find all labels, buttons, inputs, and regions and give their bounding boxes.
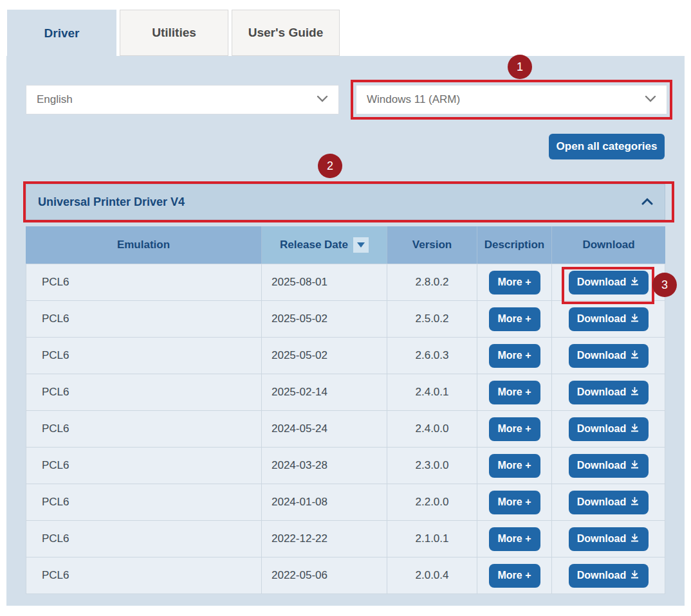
download-button[interactable]: Download [569, 417, 649, 441]
emulation-value: PCL6 [42, 386, 69, 399]
version-value: 2.1.0.1 [416, 532, 449, 545]
drivers-table: Emulation Release Date Version Descripti… [26, 226, 665, 594]
release-date-cell: 2025-05-02 [262, 338, 387, 374]
table-row: PCL6 2024-05-24 2.4.0.0 More + Download [26, 411, 665, 448]
release-date-value: 2025-02-14 [272, 386, 327, 399]
table-row: PCL6 2024-03-28 2.3.0.0 More + Download [26, 448, 665, 484]
tab-driver-label: Driver [44, 26, 80, 41]
table-row: PCL6 2022-05-06 2.0.0.4 More + Download [26, 557, 665, 594]
emulation-cell: PCL6 [26, 484, 262, 520]
release-date-cell: 2022-05-06 [262, 557, 387, 593]
release-date-cell: 2022-12-22 [262, 521, 387, 557]
column-header-description-label: Description [484, 239, 545, 251]
category-title: Universal Printer Driver V4 [38, 195, 185, 209]
download-cell: Download [552, 411, 665, 447]
more-button[interactable]: More + [489, 271, 540, 294]
release-date-value: 2025-05-02 [272, 349, 327, 362]
version-value: 2.4.0.0 [416, 422, 449, 435]
release-date-value: 2025-08-01 [272, 276, 327, 289]
table-row: PCL6 2025-02-14 2.4.0.1 More + Download [26, 374, 665, 411]
emulation-value: PCL6 [42, 459, 69, 472]
emulation-cell: PCL6 [26, 301, 262, 337]
more-button[interactable]: More + [489, 417, 540, 441]
download-icon [630, 313, 640, 325]
download-icon [630, 570, 640, 582]
download-cell: Download [552, 338, 665, 374]
emulation-cell: PCL6 [26, 374, 262, 410]
download-button[interactable]: Download [569, 381, 649, 404]
release-date-value: 2024-03-28 [272, 459, 327, 472]
open-all-categories-label: Open all categories [557, 140, 658, 153]
download-button-label: Download [577, 276, 626, 288]
download-button-label: Download [577, 423, 626, 435]
download-button[interactable]: Download [569, 491, 649, 514]
download-cell: Download [552, 521, 665, 557]
download-button[interactable]: Download [569, 344, 649, 368]
version-value: 2.5.0.2 [416, 313, 449, 325]
release-date-cell: 2024-01-08 [262, 484, 387, 520]
version-value: 2.8.0.2 [416, 276, 449, 289]
more-button[interactable]: More + [489, 454, 540, 478]
emulation-cell: PCL6 [26, 338, 262, 374]
more-button[interactable]: More + [489, 564, 540, 588]
download-icon [630, 496, 640, 509]
download-button[interactable]: Download [569, 454, 649, 478]
description-cell: More + [477, 411, 552, 447]
emulation-value: PCL6 [42, 569, 69, 582]
description-cell: More + [477, 374, 552, 410]
download-icon [630, 533, 640, 545]
version-value: 2.4.0.1 [416, 386, 449, 399]
more-button[interactable]: More + [489, 527, 540, 551]
release-date-value: 2022-05-06 [272, 569, 327, 582]
more-button[interactable]: More + [489, 491, 540, 514]
download-icon [630, 423, 640, 435]
tab-utilities[interactable]: Utilities [120, 10, 228, 56]
version-cell: 2.1.0.1 [387, 521, 477, 557]
tab-users-guide[interactable]: User's Guide [232, 10, 340, 56]
column-header-download: Download [552, 226, 665, 264]
os-select[interactable]: Windows 11 (ARM) [356, 85, 667, 114]
open-all-categories-button[interactable]: Open all categories [549, 134, 665, 159]
category-accordion-header[interactable]: Universal Printer Driver V4 [26, 184, 665, 220]
version-value: 2.0.0.4 [416, 569, 449, 582]
emulation-cell: PCL6 [26, 411, 262, 447]
release-date-cell: 2024-05-24 [262, 411, 387, 447]
more-button[interactable]: More + [489, 381, 540, 404]
version-value: 2.2.0.0 [416, 496, 449, 509]
version-cell: 2.4.0.1 [387, 374, 477, 410]
version-cell: 2.5.0.2 [387, 301, 477, 337]
emulation-value: PCL6 [42, 349, 69, 362]
description-cell: More + [477, 521, 552, 557]
download-button-label: Download [577, 350, 626, 361]
download-cell: Download [552, 557, 665, 593]
chevron-down-icon [645, 94, 656, 105]
table-row: PCL6 2024-01-08 2.2.0.0 More + Download [26, 484, 665, 521]
download-cell: Download [552, 264, 665, 300]
column-header-version: Version [387, 226, 477, 264]
emulation-cell: PCL6 [26, 448, 262, 484]
download-button[interactable]: Download [569, 307, 649, 331]
column-header-emulation-label: Emulation [117, 239, 170, 251]
description-cell: More + [477, 484, 552, 520]
table-body: PCL6 2025-08-01 2.8.0.2 More + Download [26, 264, 665, 594]
download-icon [630, 276, 640, 289]
release-date-cell: 2024-03-28 [262, 448, 387, 484]
description-cell: More + [477, 264, 552, 300]
more-button[interactable]: More + [489, 307, 540, 331]
more-button[interactable]: More + [489, 344, 540, 368]
column-header-emulation: Emulation [26, 226, 262, 264]
download-cell: Download [552, 374, 665, 410]
description-cell: More + [477, 338, 552, 374]
release-date-value: 2024-05-24 [272, 422, 327, 435]
emulation-cell: PCL6 [26, 521, 262, 557]
description-cell: More + [477, 448, 552, 484]
language-select[interactable]: English [26, 85, 339, 114]
sort-descending-icon[interactable] [353, 237, 369, 253]
download-button[interactable]: Download [569, 527, 649, 551]
tab-driver[interactable]: Driver [7, 10, 116, 57]
download-button[interactable]: Download [569, 271, 649, 294]
download-icon [630, 386, 640, 399]
version-cell: 2.8.0.2 [387, 264, 477, 300]
column-header-description: Description [477, 226, 552, 264]
download-button[interactable]: Download [569, 564, 649, 588]
